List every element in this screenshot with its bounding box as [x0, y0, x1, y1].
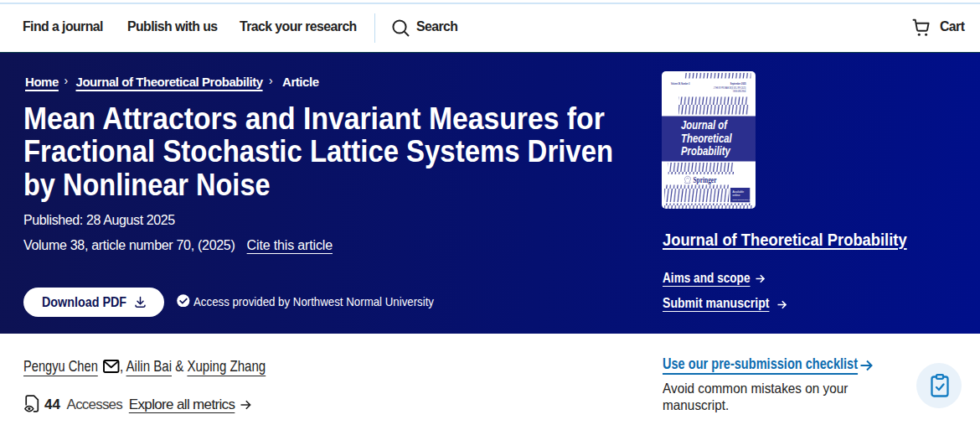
svg-text:www.springerlink.com: www.springerlink.com — [733, 199, 753, 201]
svg-text:Springer: Springer — [694, 175, 717, 184]
svg-text:Volume 38, Number 3: Volume 38, Number 3 — [671, 82, 690, 86]
svg-text:ISSN 0894-9840: ISSN 0894-9840 — [733, 91, 746, 93]
svg-text:Probability: Probability — [681, 144, 730, 158]
svg-text:Theoretical: Theoretical — [681, 131, 732, 145]
svg-text:online: online — [733, 194, 740, 197]
svg-text:September 2025: September 2025 — [730, 82, 746, 86]
svg-text:Journal of: Journal of — [681, 117, 728, 132]
